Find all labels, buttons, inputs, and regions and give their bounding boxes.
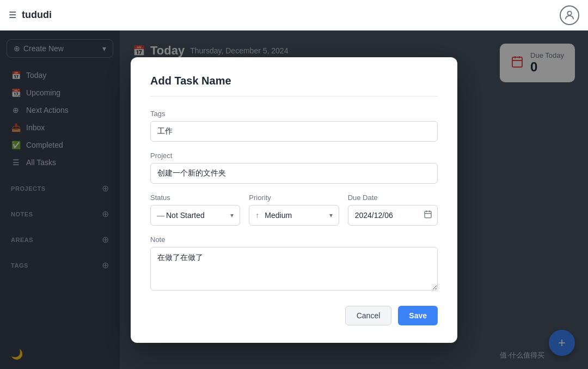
status-priority-due-row: Status — Not Started In Progress Complet… xyxy=(150,193,438,226)
topbar: ☰ tududi xyxy=(0,0,588,31)
svg-point-0 xyxy=(567,11,571,15)
tags-input[interactable] xyxy=(150,121,438,142)
priority-label: Priority xyxy=(249,193,339,202)
modal-actions: Cancel Save xyxy=(150,306,438,325)
due-date-wrapper xyxy=(348,205,438,226)
priority-select[interactable]: Low Medium High xyxy=(249,205,339,226)
save-button[interactable]: Save xyxy=(398,306,438,325)
priority-select-wrapper: ↑ Low Medium High xyxy=(249,205,339,226)
note-group: Note 在做了在做了 xyxy=(150,235,438,293)
avatar[interactable] xyxy=(560,5,579,25)
due-date-input[interactable] xyxy=(348,205,438,226)
project-input[interactable] xyxy=(150,163,438,184)
modal-title: Add Task Name xyxy=(150,75,438,96)
app-logo: tududi xyxy=(22,9,560,21)
modal-overlay: Add Task Name Tags Project Status — Not … xyxy=(0,31,588,369)
menu-icon[interactable]: ☰ xyxy=(9,10,16,20)
cancel-button[interactable]: Cancel xyxy=(345,306,392,325)
note-textarea[interactable]: 在做了在做了 xyxy=(150,247,438,291)
status-select[interactable]: Not Started In Progress Completed On Hol… xyxy=(150,205,240,226)
tags-label: Tags xyxy=(150,110,438,118)
due-date-col: Due Date xyxy=(348,193,438,226)
priority-col: Priority ↑ Low Medium High xyxy=(249,193,339,226)
tags-group: Tags xyxy=(150,110,438,142)
status-select-wrapper: — Not Started In Progress Completed On H… xyxy=(150,205,240,226)
project-label: Project xyxy=(150,152,438,160)
due-date-label: Due Date xyxy=(348,193,438,202)
status-col: Status — Not Started In Progress Complet… xyxy=(150,193,240,226)
add-task-modal: Add Task Name Tags Project Status — Not … xyxy=(131,57,457,343)
note-label: Note xyxy=(150,235,438,244)
project-group: Project xyxy=(150,152,438,184)
status-label: Status xyxy=(150,193,240,202)
